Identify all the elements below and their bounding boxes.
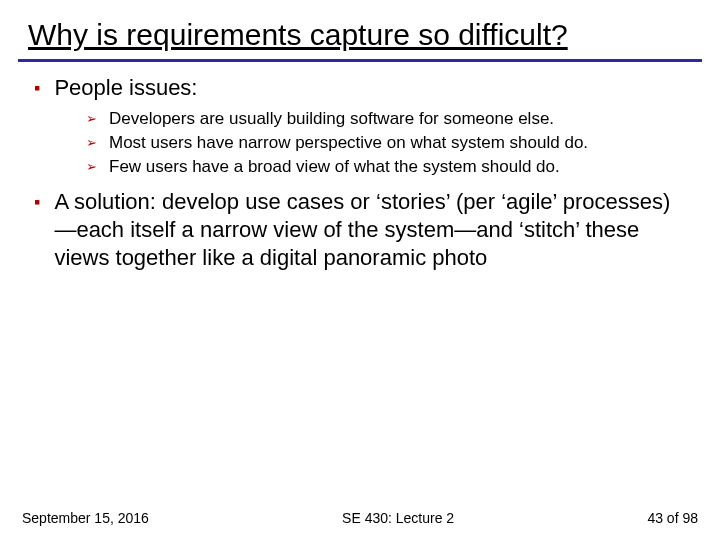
footer-course: SE 430: Lecture 2 — [149, 510, 648, 526]
footer-date: September 15, 2016 — [22, 510, 149, 526]
slide-footer: September 15, 2016 SE 430: Lecture 2 43 … — [0, 510, 720, 526]
square-bullet-icon: ▪ — [34, 190, 40, 214]
title-underline-rule — [18, 59, 702, 62]
arrow-bullet-icon: ➢ — [86, 108, 97, 130]
page-current: 43 — [647, 510, 663, 526]
page-of: of — [663, 510, 682, 526]
sub-bullet-list: ➢ Developers are usually building softwa… — [86, 108, 692, 178]
square-bullet-icon: ▪ — [34, 76, 40, 100]
sub-bullet-item: ➢ Few users have a broad view of what th… — [86, 156, 692, 178]
footer-page: 43 of 98 — [647, 510, 698, 526]
bullet-text: A solution: develop use cases or ‘storie… — [54, 188, 692, 272]
arrow-bullet-icon: ➢ — [86, 132, 97, 154]
page-total: 98 — [682, 510, 698, 526]
sub-bullet-text: Most users have narrow perspective on wh… — [109, 132, 692, 154]
sub-bullet-item: ➢ Most users have narrow perspective on … — [86, 132, 692, 154]
sub-bullet-text: Few users have a broad view of what the … — [109, 156, 692, 178]
sub-bullet-item: ➢ Developers are usually building softwa… — [86, 108, 692, 130]
arrow-bullet-icon: ➢ — [86, 156, 97, 178]
bullet-text: People issues: — [54, 74, 692, 102]
bullet-item: ▪ People issues: — [34, 74, 692, 102]
slide-title: Why is requirements capture so difficult… — [28, 18, 692, 53]
slide: Why is requirements capture so difficult… — [0, 0, 720, 540]
bullet-item: ▪ A solution: develop use cases or ‘stor… — [34, 188, 692, 272]
sub-bullet-text: Developers are usually building software… — [109, 108, 692, 130]
